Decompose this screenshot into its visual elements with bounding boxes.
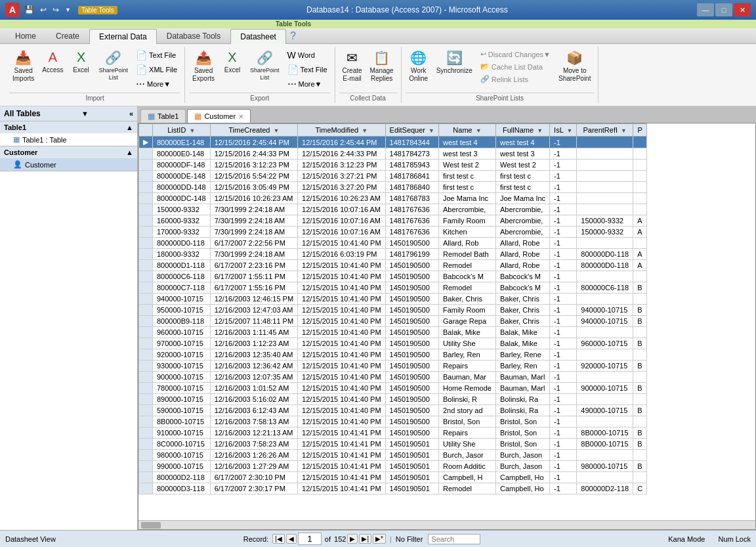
nav-section-customer-header[interactable]: Customer ▲ xyxy=(0,146,137,158)
col-header-selector[interactable] xyxy=(139,124,153,137)
row-selector-cell[interactable] xyxy=(139,260,153,271)
col-header-timecreated[interactable]: TimeCreated ▼ xyxy=(210,124,297,137)
sharepoint-export-btn[interactable]: 🔗 SharePointList xyxy=(247,48,283,83)
tab-customer[interactable]: ▦ Customer ✕ xyxy=(187,109,251,123)
table-row[interactable]: 920000-1071512/16/2003 12:35:40 AM12/15/… xyxy=(139,349,647,361)
row-selector-cell[interactable] xyxy=(139,394,153,405)
more-export-btn[interactable]: ⋯ More▼ xyxy=(284,77,331,91)
tab-table1[interactable]: ▦ Table1 xyxy=(140,109,186,123)
discard-changes-btn[interactable]: ↩ Discard Changes▼ xyxy=(477,48,554,60)
nav-item-table1[interactable]: ▦ Table1 : Table xyxy=(0,133,137,146)
tab-create[interactable]: Create xyxy=(46,28,89,43)
nav-item-customer[interactable]: 👤 Customer xyxy=(0,158,137,171)
table-row[interactable]: 800000B9-11812/15/2007 11:48:11 PM12/15/… xyxy=(139,316,647,327)
row-selector-cell[interactable] xyxy=(139,238,153,249)
row-selector-cell[interactable] xyxy=(139,483,153,494)
row-selector-cell[interactable] xyxy=(139,193,153,204)
table-row[interactable]: 160000-93327/30/1999 2:24:18 AM12/15/201… xyxy=(139,215,647,227)
table-row[interactable]: 800000D1-1186/17/2007 2:23:16 PM12/15/20… xyxy=(139,260,647,271)
row-selector-cell[interactable] xyxy=(139,271,153,282)
table-row[interactable]: 800000E0-14812/15/2016 2:44:33 PM12/15/2… xyxy=(139,148,647,160)
saved-exports-btn[interactable]: 📤 SavedExports xyxy=(189,48,218,85)
table-row[interactable]: 8B0000-1071512/16/2003 7:58:13 AM12/15/2… xyxy=(139,416,647,427)
row-selector-cell[interactable] xyxy=(139,249,153,260)
tab-external-data[interactable]: External Data xyxy=(89,29,157,44)
row-selector-cell[interactable] xyxy=(139,439,153,450)
prev-record-btn[interactable]: ◀ xyxy=(286,534,297,544)
table-row[interactable]: 980000-1071512/16/2003 1:26:26 AM12/15/2… xyxy=(139,450,647,461)
table-row[interactable]: 930000-1071512/16/2003 12:36:42 AM12/15/… xyxy=(139,361,647,372)
more-import-btn[interactable]: ⋯ More▼ xyxy=(133,77,180,91)
col-header-parentrefi[interactable]: ParentRefI ▼ xyxy=(577,124,633,137)
redo-qa-btn[interactable]: ↪ xyxy=(51,5,61,15)
table-row[interactable]: 170000-93327/30/1999 2:24:18 AM12/15/201… xyxy=(139,227,647,238)
row-selector-cell[interactable]: ▶ xyxy=(139,137,153,148)
table-row[interactable]: 780000-1071512/16/2003 1:01:52 AM12/15/2… xyxy=(139,383,647,394)
table-row[interactable]: 900000-1071512/16/2003 12:07:35 AM12/15/… xyxy=(139,372,647,383)
row-selector-cell[interactable] xyxy=(139,294,153,305)
table-row[interactable]: 8C0000-1071512/16/2003 7:58:23 AM12/15/2… xyxy=(139,439,647,450)
text-file-export-btn[interactable]: 📄 Text File xyxy=(284,62,331,77)
table-row[interactable]: 590000-1071512/16/2003 6:12:43 AM12/15/2… xyxy=(139,405,647,416)
tab-customer-close-btn[interactable]: ✕ xyxy=(238,113,243,120)
table-row[interactable]: 800000DC-14812/15/2016 10:26:23 AM12/15/… xyxy=(139,193,647,204)
row-selector-cell[interactable] xyxy=(139,148,153,160)
saved-imports-btn[interactable]: 📥 SavedImports xyxy=(9,48,37,85)
manage-replies-btn[interactable]: 📋 ManageReplies xyxy=(367,48,397,85)
work-online-btn[interactable]: 🌐 WorkOnline xyxy=(406,48,432,85)
col-header-listid[interactable]: ListID ▼ xyxy=(153,124,211,137)
row-selector-cell[interactable] xyxy=(139,338,153,349)
datasheet-table-wrap[interactable]: ListID ▼ TimeCreated ▼ TimeModified ▼ Ed… xyxy=(138,123,755,520)
row-selector-cell[interactable] xyxy=(139,461,153,472)
table-row[interactable]: 970000-1071512/16/2003 1:12:23 AM12/15/2… xyxy=(139,338,647,349)
row-selector-cell[interactable] xyxy=(139,171,153,182)
table-row[interactable]: 800000D0-1186/17/2007 2:22:56 PM12/15/20… xyxy=(139,238,647,249)
cache-list-data-btn[interactable]: 📂 Cache List Data xyxy=(477,60,554,73)
minimize-btn[interactable]: — xyxy=(697,3,714,16)
scroll-thumb[interactable] xyxy=(141,522,161,529)
word-export-btn[interactable]: W Word xyxy=(284,48,331,62)
row-selector-cell[interactable] xyxy=(139,316,153,327)
row-selector-cell[interactable] xyxy=(139,349,153,361)
row-selector-cell[interactable] xyxy=(139,182,153,193)
row-selector-cell[interactable] xyxy=(139,160,153,171)
table-row[interactable]: 990000-1071512/16/2003 1:27:29 AM12/15/2… xyxy=(139,461,647,472)
nav-pane-collapse-btn[interactable]: « xyxy=(129,110,133,118)
row-selector-cell[interactable] xyxy=(139,383,153,394)
table-row[interactable]: 180000-93327/30/1999 2:24:18 AM12/15/201… xyxy=(139,249,647,260)
table-row[interactable]: 910000-1071512/16/2003 12:21:13 AM12/15/… xyxy=(139,427,647,439)
table-row[interactable]: 960000-1071512/16/2003 1:11:45 AM12/15/2… xyxy=(139,327,647,338)
close-btn[interactable]: ✕ xyxy=(734,3,751,16)
text-file-import-btn[interactable]: 📄 Text File xyxy=(133,48,180,62)
relink-lists-btn[interactable]: 🔗 Relink Lists xyxy=(477,73,554,85)
ribbon-help-btn[interactable]: ? xyxy=(286,29,300,43)
row-selector-cell[interactable] xyxy=(139,427,153,439)
access-import-btn[interactable]: A Access xyxy=(39,48,66,76)
table-row[interactable]: 890000-1071512/16/2003 5:16:02 AM12/15/2… xyxy=(139,394,647,405)
next-record-btn[interactable]: ▶ xyxy=(347,534,358,544)
col-header-editsequence[interactable]: EditSequer ▼ xyxy=(385,124,438,137)
table-row[interactable]: 940000-1071512/16/2003 12:46:15 PM12/15/… xyxy=(139,294,647,305)
excel-export-btn[interactable]: X Excel xyxy=(219,48,245,76)
row-selector-cell[interactable] xyxy=(139,204,153,215)
search-input[interactable] xyxy=(428,534,480,544)
first-record-btn[interactable]: |◀ xyxy=(272,534,285,544)
col-header-isl[interactable]: IsL ▼ xyxy=(550,124,577,137)
row-selector-cell[interactable] xyxy=(139,327,153,338)
save-qa-btn[interactable]: 💾 xyxy=(22,5,36,15)
current-record-input[interactable] xyxy=(298,533,322,545)
table-row[interactable]: 800000DD-14812/15/2016 3:05:49 PM12/15/2… xyxy=(139,182,647,193)
table-row[interactable]: 800000DF-14812/15/2016 3:12:23 PM12/15/2… xyxy=(139,160,647,171)
tab-datasheet[interactable]: Datasheet xyxy=(230,29,286,44)
col-header-p[interactable]: P xyxy=(633,124,647,137)
row-selector-cell[interactable] xyxy=(139,372,153,383)
xml-file-import-btn[interactable]: 📄 XML File xyxy=(133,62,180,77)
row-selector-cell[interactable] xyxy=(139,215,153,227)
table-row[interactable]: 800000D2-1186/17/2007 2:30:10 PM12/15/20… xyxy=(139,472,647,483)
new-record-btn[interactable]: ▶* xyxy=(373,534,386,544)
nav-pane-dropdown-btn[interactable]: ▼ xyxy=(81,110,89,118)
row-selector-cell[interactable] xyxy=(139,416,153,427)
table-row[interactable]: 800000D3-1186/17/2007 2:30:17 PM12/15/20… xyxy=(139,483,647,494)
table-row[interactable]: 150000-93327/30/1999 2:24:18 AM12/15/201… xyxy=(139,204,647,215)
table-row[interactable]: 950000-1071512/16/2003 12:47:03 AM12/15/… xyxy=(139,305,647,316)
